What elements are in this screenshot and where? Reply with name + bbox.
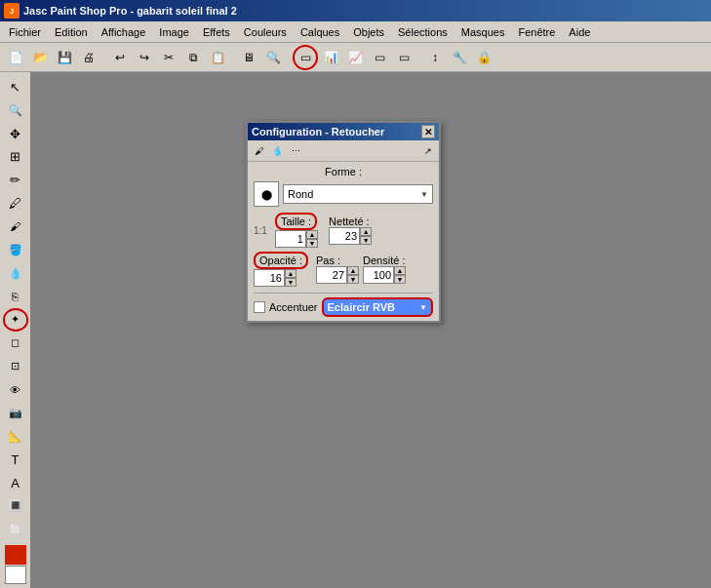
tool-mask[interactable]: ⬜ bbox=[3, 518, 28, 540]
menu-fenetre[interactable]: Fenêtre bbox=[511, 23, 562, 41]
taille-input[interactable] bbox=[275, 230, 306, 248]
dialog-tb-btn4[interactable]: ↗ bbox=[419, 142, 437, 160]
nettete-down[interactable]: ▼ bbox=[360, 236, 372, 245]
copy-btn[interactable]: ⧉ bbox=[181, 46, 205, 69]
ratio-label: 1:1 bbox=[254, 225, 267, 236]
tool-crop[interactable]: ⊡ bbox=[3, 355, 28, 377]
menu-couleurs[interactable]: Couleurs bbox=[237, 23, 294, 41]
paste-btn[interactable]: 📋 bbox=[206, 46, 229, 69]
menu-effets[interactable]: Effets bbox=[196, 23, 237, 41]
nettete-input[interactable] bbox=[329, 227, 360, 245]
accentuer-label: Accentuer bbox=[269, 301, 318, 313]
title-bar: J Jasc Paint Shop Pro - gabarit soleil f… bbox=[0, 0, 711, 21]
settings-btn[interactable]: 🔧 bbox=[448, 46, 471, 69]
tool-camera[interactable]: 📷 bbox=[3, 402, 28, 424]
menu-objets[interactable]: Objets bbox=[346, 23, 391, 41]
taille-down[interactable]: ▼ bbox=[306, 239, 318, 248]
print-btn[interactable]: 🖨 bbox=[77, 46, 100, 69]
accentuer-select[interactable]: Eclaircir RVB ▼ bbox=[322, 297, 433, 317]
pas-down[interactable]: ▼ bbox=[347, 275, 359, 284]
monitor-btn[interactable]: 🖥 bbox=[237, 46, 260, 69]
main-toolbar: 📄 📂 💾 🖨 ↩ ↪ ✂ ⧉ 📋 🖥 🔍 ▭ 📊 📈 ▭ ▭ ↕ 🔧 🔒 bbox=[0, 43, 711, 72]
divider bbox=[254, 293, 433, 294]
nettete-group: Netteté : ▲ ▼ bbox=[329, 216, 372, 245]
panel-btn[interactable]: ▭ bbox=[392, 46, 415, 69]
tool-arrow[interactable]: ↖ bbox=[3, 76, 28, 98]
background-color[interactable] bbox=[5, 566, 26, 584]
dialog-toolbar: 🖌 💧 ⋯ ↗ bbox=[248, 140, 439, 162]
menu-affichage[interactable]: Affichage bbox=[95, 23, 153, 41]
menu-fichier[interactable]: Fichier bbox=[2, 23, 48, 41]
forme-dropdown[interactable]: Rond ▼ bbox=[283, 184, 433, 204]
histogram-btn[interactable]: 📊 bbox=[319, 46, 342, 69]
tool-select[interactable]: ⊞ bbox=[3, 146, 28, 169]
taille-spinbox: ▲ ▼ bbox=[275, 230, 321, 248]
forme-value: Rond bbox=[288, 188, 313, 200]
lock-btn[interactable]: 🔒 bbox=[472, 46, 495, 69]
menu-masques[interactable]: Masques bbox=[454, 23, 512, 41]
opacite-row: Opacité : ▲ ▼ Pas : bbox=[254, 252, 433, 287]
menu-bar: Fichier Edition Affichage Image Effets C… bbox=[0, 21, 711, 43]
tool-clone[interactable]: ⎘ bbox=[3, 286, 28, 308]
window-title: Jasc Paint Shop Pro - gabarit soleil fin… bbox=[23, 5, 237, 17]
tool-eye[interactable]: 👁 bbox=[3, 378, 28, 401]
tool-text-alt[interactable]: A bbox=[3, 472, 28, 494]
rect-btn[interactable]: ▭ bbox=[368, 46, 391, 69]
save-btn[interactable]: 💾 bbox=[53, 46, 76, 69]
accentuer-value: Eclaircir RVB bbox=[328, 301, 396, 313]
pas-group: Pas : ▲ ▼ bbox=[316, 255, 359, 284]
taille-spin-btns: ▲ ▼ bbox=[306, 230, 318, 248]
toolbox: ↖ 🔍 ✥ ⊞ ✏ 🖊 🖌 🪣 💧 ⎘ ✦ ◻ ⊡ 👁 📷 📐 T A 🔳 ⬜ bbox=[0, 72, 31, 588]
tool-zoom[interactable]: 🔍 bbox=[3, 99, 28, 122]
tool-brush[interactable]: 🖌 bbox=[3, 216, 28, 238]
zoom-btn[interactable]: 🔍 bbox=[261, 46, 285, 69]
tool-fill[interactable]: 🪣 bbox=[3, 239, 28, 261]
pas-spin-btns: ▲ ▼ bbox=[347, 266, 359, 284]
tool-shapes[interactable]: 🔳 bbox=[3, 494, 28, 517]
dialog-close-btn[interactable]: ✕ bbox=[421, 125, 435, 138]
tool-retouch[interactable]: ✦ bbox=[3, 308, 28, 331]
selection-btn[interactable]: ▭ bbox=[293, 45, 318, 70]
cut-btn[interactable]: ✂ bbox=[157, 46, 180, 69]
dialog-tb-btn1[interactable]: 🖌 bbox=[250, 142, 267, 160]
tool-pen[interactable]: 🖊 bbox=[3, 192, 28, 215]
chart-btn[interactable]: 📈 bbox=[343, 46, 367, 69]
nettete-spinbox: ▲ ▼ bbox=[329, 227, 372, 245]
tool-blur[interactable]: 💧 bbox=[3, 262, 28, 285]
opacite-up[interactable]: ▲ bbox=[285, 269, 296, 278]
opacite-group: Opacité : ▲ ▼ bbox=[254, 252, 312, 287]
accentuer-checkbox[interactable] bbox=[254, 301, 265, 313]
tool-ruler[interactable]: 📐 bbox=[3, 425, 28, 448]
menu-calques[interactable]: Calques bbox=[294, 23, 346, 41]
taille-up[interactable]: ▲ bbox=[306, 230, 318, 239]
accentuer-arrow: ▼ bbox=[419, 303, 427, 312]
flip-btn[interactable]: ↕ bbox=[423, 46, 447, 69]
tool-eraser[interactable]: ◻ bbox=[3, 333, 28, 355]
dialog-tb-btn3[interactable]: ⋯ bbox=[287, 142, 304, 160]
densite-up[interactable]: ▲ bbox=[394, 266, 406, 275]
dialog-tb-btn2[interactable]: 💧 bbox=[268, 142, 286, 160]
densite-down[interactable]: ▼ bbox=[394, 275, 406, 284]
tool-pencil[interactable]: ✏ bbox=[3, 169, 28, 191]
open-btn[interactable]: 📂 bbox=[28, 46, 52, 69]
redo-btn[interactable]: ↪ bbox=[133, 46, 156, 69]
tool-text[interactable]: T bbox=[3, 449, 28, 471]
pas-input[interactable] bbox=[316, 266, 347, 284]
pas-up[interactable]: ▲ bbox=[347, 266, 359, 275]
menu-edition[interactable]: Edition bbox=[48, 23, 95, 41]
menu-aide[interactable]: Aide bbox=[562, 23, 597, 41]
forme-dropdown-arrow: ▼ bbox=[420, 190, 428, 199]
forme-label: Forme : bbox=[325, 166, 362, 177]
config-dialog: Configuration - Retoucher ✕ 🖌 💧 ⋯ ↗ Form… bbox=[246, 121, 441, 323]
opacite-down[interactable]: ▼ bbox=[285, 278, 296, 287]
menu-selections[interactable]: Sélections bbox=[391, 23, 454, 41]
opacite-input[interactable] bbox=[254, 269, 285, 287]
nettete-up[interactable]: ▲ bbox=[360, 227, 372, 236]
opacite-spinbox: ▲ ▼ bbox=[254, 269, 312, 287]
densite-input[interactable] bbox=[363, 266, 394, 284]
menu-image[interactable]: Image bbox=[152, 23, 196, 41]
new-file-btn[interactable]: 📄 bbox=[4, 46, 27, 69]
tool-move[interactable]: ✥ bbox=[3, 123, 28, 145]
foreground-color[interactable] bbox=[5, 545, 26, 564]
undo-btn[interactable]: ↩ bbox=[108, 46, 132, 69]
